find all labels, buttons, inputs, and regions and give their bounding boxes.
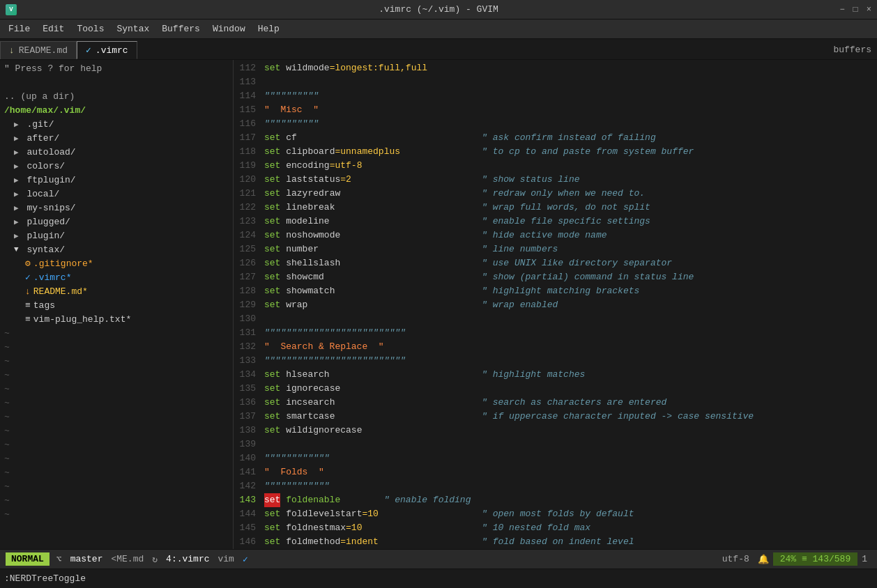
file-tree: " Press ? for help .. (up a dir) /home/m… xyxy=(0,60,234,549)
table-row: set showcmd " show (partial) command in … xyxy=(264,270,877,284)
line-number: 131 xyxy=(234,326,256,340)
tilde-line: ~ xyxy=(0,326,233,340)
table-row: set clipboard=unnamedplus " to cp to and… xyxy=(264,145,877,159)
line-number: 146 xyxy=(234,535,256,549)
tilde-line: ~ xyxy=(0,465,233,479)
tab-vimrc[interactable]: ✓ .vimrc xyxy=(77,41,137,59)
table-row: set shellslash " use UNIX like directory… xyxy=(264,256,877,270)
table-row: """""""""""" xyxy=(264,479,877,493)
line-number: 120 xyxy=(234,173,256,187)
menu-item-syntax[interactable]: Syntax xyxy=(111,22,155,36)
line-number: 118 xyxy=(234,145,256,159)
tilde-line: ~ xyxy=(0,410,233,424)
table-row: set laststatus=2 " show status line xyxy=(264,173,877,187)
table-row: """""""""""" xyxy=(264,451,877,465)
close-button[interactable]: × xyxy=(867,5,871,15)
list-item[interactable]: ⚙ .gitignore* xyxy=(0,256,233,270)
table-row: " Folds " xyxy=(264,465,877,479)
readme-file-icon: ↓ xyxy=(25,286,31,297)
table-row: set wildmode=longest:full,full xyxy=(264,61,877,75)
list-item[interactable]: ▶ colors/ xyxy=(0,159,233,173)
current-buffer: 4:.vimrc xyxy=(162,554,213,564)
table-row: set foldnestmax=10 " 10 nested fold max xyxy=(264,521,877,535)
modified-file: <ME.md xyxy=(107,554,148,564)
list-item[interactable]: ▶ autoload/ xyxy=(0,145,233,159)
editor-pane: 1121131141151161171181191201211221231241… xyxy=(234,60,877,549)
line-number: 134 xyxy=(234,368,256,382)
code-area[interactable]: set wildmode=longest:full,full""""""""""… xyxy=(259,60,877,549)
tilde-line: ~ xyxy=(0,354,233,368)
column-number: 1 xyxy=(857,554,871,564)
list-item[interactable]: ↓ README.md* xyxy=(0,284,233,298)
line-number: 138 xyxy=(234,424,256,438)
list-item[interactable]: ✓ .vimrc* xyxy=(0,270,233,284)
list-item[interactable]: ≡ tags xyxy=(0,298,233,312)
list-item[interactable]: ▶ after/ xyxy=(0,131,233,145)
table-row: set incsearch " search as characters are… xyxy=(264,396,877,410)
line-number: 119 xyxy=(234,159,256,173)
table-row: set noshowmode " hide active mode name xyxy=(264,229,877,242)
line-number: 112 xyxy=(234,61,256,75)
table-row: set modeline " enable file specific sett… xyxy=(264,215,877,229)
menu-item-window[interactable]: Window xyxy=(207,22,251,36)
line-number: 141 xyxy=(234,465,256,479)
table-row: set smartcase " if uppercase character i… xyxy=(264,410,877,424)
line-number: 144 xyxy=(234,507,256,521)
table-row: """""""""" xyxy=(264,117,877,131)
line-number: 114 xyxy=(234,89,256,103)
table-row: set encoding=utf-8 xyxy=(264,159,877,173)
list-item[interactable]: ▶ plugin/ xyxy=(0,229,233,242)
menu-item-help[interactable]: Help xyxy=(252,22,285,36)
branch-icon: ⌥ xyxy=(52,554,66,565)
table-row: set showmatch " highlight matching brack… xyxy=(264,284,877,298)
arrow-icon: ▶ xyxy=(14,176,19,185)
minimize-button[interactable]: − xyxy=(839,5,844,15)
menu-item-edit[interactable]: Edit xyxy=(37,22,70,36)
menu-item-buffers[interactable]: Buffers xyxy=(156,22,206,36)
line-number: 140 xyxy=(234,451,256,465)
table-row: " Search & Replace " xyxy=(264,340,877,354)
line-number: 129 xyxy=(234,298,256,312)
list-item[interactable]: ▶ .git/ xyxy=(0,117,233,131)
line-number: 115 xyxy=(234,103,256,117)
line-number: 142 xyxy=(234,479,256,493)
vimrc-file-icon: ✓ xyxy=(25,272,31,283)
line-number: 121 xyxy=(234,187,256,201)
menu-item-tools[interactable]: Tools xyxy=(71,22,109,36)
app-icon: V xyxy=(6,4,17,15)
tilde-line: ~ xyxy=(0,382,233,396)
list-item[interactable]: ▶ plugged/ xyxy=(0,215,233,229)
list-item[interactable]: ▶ my-snips/ xyxy=(0,201,233,215)
arrow-icon: ▶ xyxy=(14,203,19,212)
line-number: 143 xyxy=(234,493,256,507)
vimrc-tab-label: .vimrc xyxy=(96,45,128,56)
table-row: set foldenable " enable folding xyxy=(264,493,877,507)
gear-icon: ⚙ xyxy=(25,258,31,269)
line-number: 128 xyxy=(234,284,256,298)
arrow-icon: ▶ xyxy=(14,148,19,157)
list-item[interactable]: ≡ vim-plug_help.txt* xyxy=(0,312,233,326)
tilde-line: ~ xyxy=(0,438,233,451)
menu-item-file[interactable]: File xyxy=(3,22,36,36)
vimrc-tab-icon: ✓ xyxy=(86,45,91,56)
tab-readme[interactable]: ↓ README.md xyxy=(0,41,77,59)
line-number: 123 xyxy=(234,215,256,229)
arrow-icon: ▶ xyxy=(14,231,19,240)
titlebar: V .vimrc (~/.vim) - GVIM − □ × xyxy=(0,0,877,20)
tree-empty xyxy=(0,75,233,89)
maximize-button[interactable]: □ xyxy=(853,5,858,15)
arrow-icon: ▶ xyxy=(14,189,19,199)
list-item[interactable]: ▶ ftplugin/ xyxy=(0,173,233,187)
window-title: .vimrc (~/.vim) - GVIM xyxy=(379,4,498,15)
buffer-reload-icon: ↻ xyxy=(148,554,162,565)
table-row: set foldlevelstart=10 " open most folds … xyxy=(264,507,877,521)
vim-mode: NORMAL xyxy=(6,552,49,566)
list-item[interactable]: ▶ local/ xyxy=(0,187,233,201)
tree-parent-dir[interactable]: .. (up a dir) xyxy=(0,89,233,103)
line-number: 135 xyxy=(234,382,256,396)
list-item[interactable]: ▼ syntax/ xyxy=(0,242,233,256)
line-numbers: 1121131141151161171181191201211221231241… xyxy=(234,60,259,549)
arrow-icon: ▼ xyxy=(14,245,19,254)
tree-help-line: " Press ? for help xyxy=(0,61,233,75)
editor-content: 1121131141151161171181191201211221231241… xyxy=(234,60,877,549)
